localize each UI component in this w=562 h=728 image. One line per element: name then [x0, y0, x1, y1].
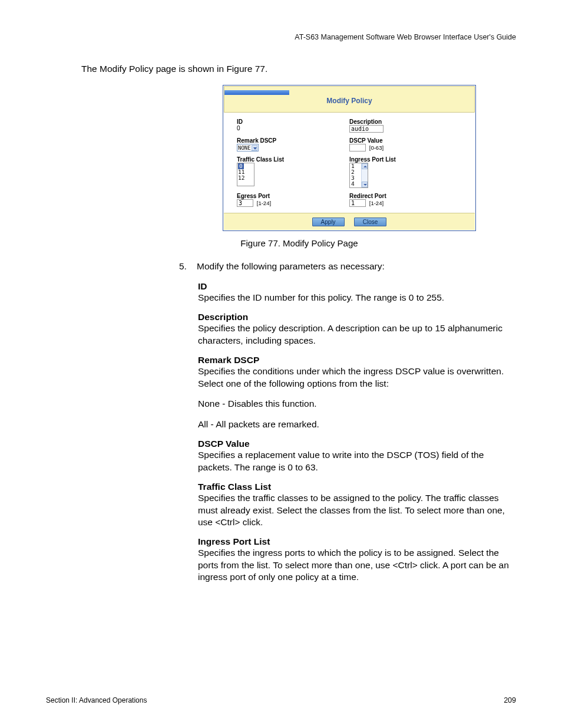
def-term-description: Description [198, 312, 516, 322]
def-desc-traffic-class-list: Specifies the traffic classes to be assi… [198, 492, 516, 528]
traffic-class-listbox[interactable]: 0 11 12 [237, 163, 254, 186]
intro-text: The Modify Policy page is shown in Figur… [81, 64, 517, 74]
def-desc-ingress-port-list: Specifies the ingress ports to which the… [198, 547, 516, 583]
description-label: Description [349, 118, 462, 125]
egress-port-input[interactable]: 3 [237, 199, 253, 207]
footer-section: Section II: Advanced Operations [46, 696, 147, 704]
figure-button-bar: Apply Close [224, 213, 475, 230]
id-label: ID [237, 118, 349, 125]
parameter-definitions: ID Specifies the ID number for this poli… [198, 281, 516, 584]
step-number: 5. [176, 261, 197, 272]
list-item[interactable]: 12 [238, 174, 244, 181]
figure-title-bar: Modify Policy [224, 86, 475, 113]
remark-dscp-value: NONE [238, 145, 251, 151]
redirect-port-label: Redirect Port [349, 193, 462, 199]
page-content: The Modify Policy page is shown in Figur… [81, 64, 517, 592]
id-value: 0 [237, 125, 349, 131]
figure-caption: Figure 77. Modify Policy Page [81, 238, 517, 248]
scroll-down-icon[interactable] [362, 182, 368, 187]
def-desc-id: Specifies the ID number for this policy.… [198, 292, 516, 304]
def-term-dscp-value: DSCP Value [198, 439, 516, 449]
remark-option-none: None - Disables this function. [198, 398, 516, 410]
remark-option-all: All - All packets are remarked. [198, 419, 516, 430]
egress-port-label: Egress Port [237, 193, 349, 199]
remark-dscp-select[interactable]: NONE [237, 144, 259, 151]
description-input[interactable]: audio [349, 125, 384, 133]
dscp-value-input[interactable] [349, 144, 366, 151]
step-text: Modify the following parameters as neces… [197, 261, 385, 272]
def-term-ingress-port-list: Ingress Port List [198, 536, 516, 547]
scroll-up-icon[interactable] [362, 163, 368, 169]
def-term-traffic-class-list: Traffic Class List [198, 482, 516, 492]
footer-page-number: 209 [504, 696, 516, 704]
traffic-class-list-label: Traffic Class List [237, 156, 349, 163]
ingress-port-list-label: Ingress Port List [349, 156, 462, 163]
def-term-id: ID [198, 281, 516, 292]
doc-header: AT-S63 Management Software Web Browser I… [295, 33, 516, 41]
redirect-port-input[interactable]: 1 [349, 199, 366, 207]
chevron-down-icon [252, 145, 257, 151]
egress-range: [1-24] [257, 200, 271, 206]
figure-title: Modify Policy [224, 97, 474, 105]
def-desc-remark-dscp: Specifies the conditions under which the… [198, 365, 516, 390]
def-desc-dscp-value: Specifies a replacement value to write i… [198, 449, 516, 473]
apply-button[interactable]: Apply [312, 218, 345, 226]
dscp-value-label: DSCP Value [349, 137, 462, 144]
title-accent-bar [224, 90, 289, 95]
def-desc-description: Specifies the policy description. A desc… [198, 322, 516, 347]
dscp-range: [0-63] [369, 144, 384, 151]
def-term-remark-dscp: Remark DSCP [198, 355, 516, 365]
step-5: 5. Modify the following parameters as ne… [176, 261, 517, 272]
close-button[interactable]: Close [354, 218, 387, 226]
ingress-port-listbox[interactable]: 1 2 3 4 [349, 163, 368, 188]
list-item[interactable]: 4 [351, 180, 355, 187]
remark-dscp-label: Remark DSCP [237, 137, 349, 144]
figure-77: Modify Policy ID 0 Description audio Rem… [223, 85, 476, 231]
redirect-range: [1-24] [369, 200, 384, 206]
